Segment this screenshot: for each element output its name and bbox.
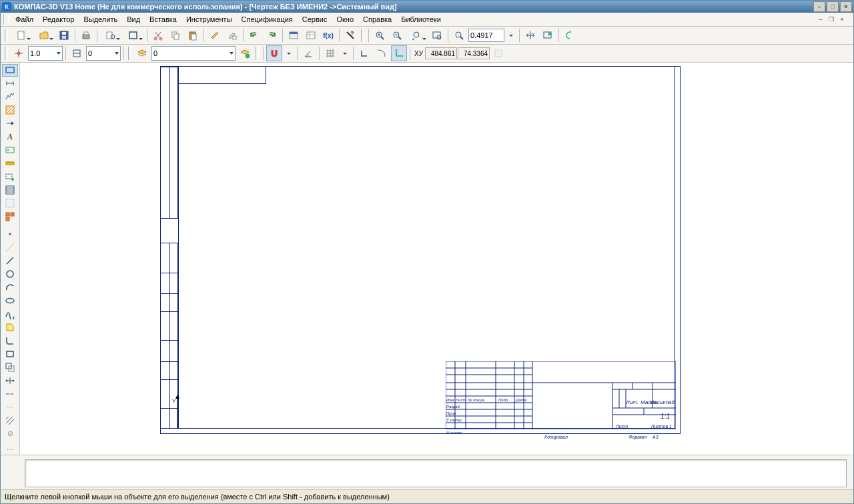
zoom-dropdown-button[interactable] bbox=[506, 27, 516, 43]
mdi-close-button[interactable]: × bbox=[837, 15, 847, 24]
toolbar-grip[interactable] bbox=[5, 29, 8, 42]
zoom-out-button[interactable] bbox=[389, 27, 405, 43]
hatch2-button[interactable] bbox=[2, 414, 18, 427]
frame-button[interactable] bbox=[123, 27, 144, 43]
zoom-in-button[interactable] bbox=[372, 27, 388, 43]
layer-select[interactable]: 0 bbox=[151, 46, 236, 61]
toolbar-grip[interactable] bbox=[361, 29, 364, 42]
round-button[interactable] bbox=[374, 45, 390, 61]
command-input[interactable] bbox=[25, 459, 847, 487]
cut-button[interactable] bbox=[150, 27, 166, 43]
fx-button[interactable]: f(x) bbox=[320, 27, 336, 43]
aux-line-button[interactable] bbox=[2, 241, 18, 253]
mdi-restore-button[interactable]: ❐ bbox=[827, 15, 836, 24]
manager-button[interactable] bbox=[286, 27, 302, 43]
new-button[interactable] bbox=[11, 27, 32, 43]
help-button[interactable]: ? bbox=[342, 27, 358, 43]
refresh-button[interactable] bbox=[562, 27, 578, 43]
open-button[interactable] bbox=[33, 27, 55, 43]
local-cs-button[interactable] bbox=[391, 45, 407, 61]
text-button[interactable]: A bbox=[2, 131, 18, 143]
drawing-canvas[interactable]: Лит. Масса Масштаб 1:1 Лист Листов 1 Изм… bbox=[20, 63, 853, 455]
zoom-prev-button[interactable] bbox=[406, 27, 428, 43]
toolbar-grip[interactable] bbox=[256, 47, 259, 60]
line-button[interactable] bbox=[2, 254, 18, 267]
redo-button[interactable] bbox=[264, 27, 280, 43]
dimension-button[interactable] bbox=[2, 77, 18, 90]
hatch-button[interactable] bbox=[2, 104, 18, 117]
rect-button[interactable] bbox=[2, 347, 18, 360]
step-select[interactable]: 1.0 bbox=[28, 46, 63, 61]
snap-button[interactable] bbox=[266, 45, 282, 61]
menu-view[interactable]: Вид bbox=[123, 14, 144, 25]
copy-props-button[interactable] bbox=[224, 27, 240, 43]
point-button[interactable] bbox=[2, 227, 18, 240]
select-button[interactable] bbox=[2, 171, 18, 183]
properties-button[interactable] bbox=[207, 27, 223, 43]
cursor-step-button[interactable] bbox=[11, 45, 27, 61]
menu-insert[interactable]: Вставка bbox=[145, 14, 181, 25]
y-readout[interactable] bbox=[458, 47, 490, 59]
ellipse-button[interactable] bbox=[2, 294, 18, 307]
toolbar-grip[interactable] bbox=[128, 47, 131, 60]
undo-button[interactable] bbox=[246, 27, 262, 43]
more-button: … bbox=[2, 441, 18, 453]
style-button[interactable] bbox=[69, 45, 85, 61]
roughness-button[interactable] bbox=[2, 91, 18, 103]
minimize-button[interactable]: – bbox=[813, 1, 825, 12]
zoom-input[interactable] bbox=[468, 29, 504, 42]
coord-label: ХУ bbox=[413, 50, 424, 57]
menu-file[interactable]: Файл bbox=[11, 14, 37, 25]
print-button[interactable] bbox=[78, 27, 94, 43]
layer-button[interactable] bbox=[134, 45, 150, 61]
axis-button[interactable] bbox=[2, 387, 18, 400]
snap-dropdown-button[interactable] bbox=[284, 45, 294, 61]
menu-tools[interactable]: Инструменты bbox=[182, 14, 236, 25]
contour-button[interactable] bbox=[2, 321, 18, 333]
angle-snap-button[interactable] bbox=[300, 45, 316, 61]
menu-edit[interactable]: Редактор bbox=[39, 14, 78, 25]
style-select[interactable]: 0 bbox=[86, 46, 121, 61]
mdi-minimize-button[interactable]: – bbox=[816, 15, 825, 24]
menu-window[interactable]: Окно bbox=[332, 14, 358, 25]
geometry-rect-button[interactable] bbox=[2, 64, 18, 77]
grid-button[interactable] bbox=[322, 45, 338, 61]
circle-button[interactable] bbox=[2, 267, 18, 280]
views-button[interactable] bbox=[2, 211, 18, 223]
regen-button[interactable] bbox=[540, 27, 556, 43]
tb-razrab: Разраб. bbox=[446, 405, 461, 409]
tb-listov: Листов 1 bbox=[651, 424, 672, 429]
ortho-button[interactable] bbox=[356, 45, 372, 61]
offset-button[interactable] bbox=[2, 361, 18, 373]
menu-spec[interactable]: Спецификация bbox=[238, 14, 297, 25]
paste-button[interactable] bbox=[185, 27, 201, 43]
x-readout[interactable] bbox=[425, 47, 457, 59]
menu-service[interactable]: Сервис bbox=[298, 14, 332, 25]
menu-libs[interactable]: Библиотеки bbox=[397, 14, 445, 25]
arc-button[interactable] bbox=[2, 281, 18, 293]
measure-button[interactable] bbox=[2, 157, 18, 170]
zoom-window-button[interactable] bbox=[429, 27, 445, 43]
menu-help[interactable]: Справка bbox=[359, 14, 396, 25]
pan-button[interactable] bbox=[522, 27, 538, 43]
collect-button[interactable] bbox=[2, 374, 18, 387]
spline-button[interactable] bbox=[2, 307, 18, 320]
grid-dropdown-button[interactable] bbox=[340, 45, 350, 61]
vars-button[interactable] bbox=[303, 27, 319, 43]
save-button[interactable] bbox=[56, 27, 72, 43]
edit-button[interactable] bbox=[2, 117, 18, 130]
zoom-realtime-button[interactable] bbox=[451, 27, 467, 43]
layer-prop-button[interactable] bbox=[237, 45, 253, 61]
close-button[interactable]: × bbox=[840, 1, 852, 12]
preview-button[interactable] bbox=[100, 27, 121, 43]
spec-button[interactable] bbox=[2, 184, 18, 197]
maximize-button[interactable]: □ bbox=[827, 1, 839, 12]
toolbar-grip[interactable] bbox=[5, 47, 8, 60]
svg-rect-16 bbox=[233, 36, 236, 39]
copy-button[interactable] bbox=[167, 27, 183, 43]
menubar: Файл Редактор Выделить Вид Вставка Инстр… bbox=[1, 13, 853, 27]
fillet-button[interactable] bbox=[2, 334, 18, 347]
toolbar-grip[interactable] bbox=[3, 14, 9, 25]
menu-select[interactable]: Выделить bbox=[79, 14, 121, 25]
param-button[interactable] bbox=[2, 144, 18, 157]
